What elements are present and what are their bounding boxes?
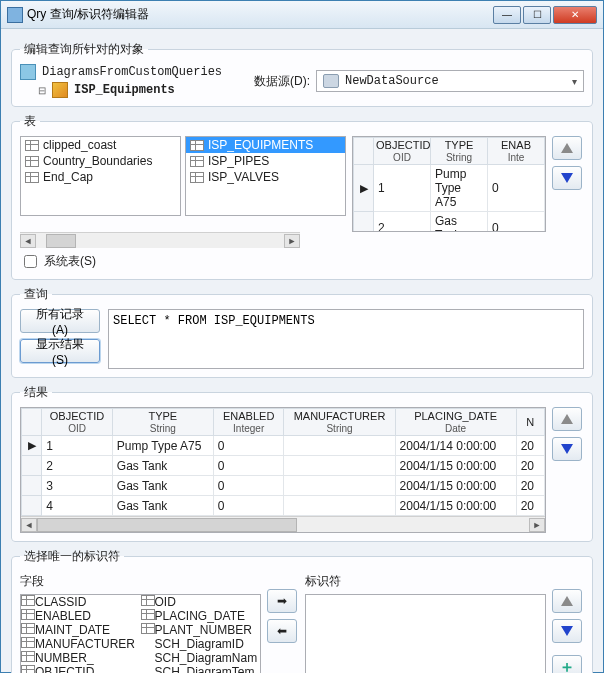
list-item[interactable]: PLACING_DATE	[141, 609, 261, 623]
show-results-button[interactable]: 显示结果(S)	[20, 339, 100, 363]
fields-label: 字段	[20, 573, 261, 590]
table-icon	[25, 140, 39, 151]
table-icon	[190, 172, 204, 183]
datasource-label: 数据源(D):	[254, 73, 310, 90]
group-target: 编辑查询所针对的对象 DiagramsFromCustomQueries ⊟ I…	[11, 41, 593, 107]
system-tables-label: 系统表(S)	[44, 253, 96, 270]
add-field-button[interactable]: ➡	[267, 589, 297, 613]
list-item[interactable]: NUMBER_	[21, 651, 141, 665]
preview-up-button[interactable]	[552, 136, 582, 160]
results-hscroll[interactable]: ◄ ►	[21, 516, 545, 532]
scroll-left-icon[interactable]: ◄	[20, 234, 36, 248]
id-add-button[interactable]: ＋	[552, 655, 582, 673]
id-down-button[interactable]	[552, 619, 582, 643]
tree-root-label[interactable]: DiagramsFromCustomQueries	[42, 65, 222, 79]
identifier-list[interactable]	[305, 594, 546, 673]
app-icon	[7, 7, 23, 23]
window-buttons: — ☐ ✕	[493, 6, 597, 24]
list-item[interactable]: End_Cap	[21, 169, 180, 185]
identifier-label: 标识符	[305, 573, 546, 590]
fields-list[interactable]: CLASSIDENABLEDMAINT_DATEMANUFACTURERNUMB…	[20, 594, 261, 673]
tree-selected-label[interactable]: ISP_Equipments	[74, 83, 175, 97]
tables-list-left[interactable]: clipped_coastCountry_BoundariesEnd_Cap	[20, 136, 181, 216]
group-query-legend: 查询	[20, 286, 52, 303]
table-icon	[141, 609, 155, 620]
datasource-dropdown[interactable]: NewDataSource	[316, 70, 584, 92]
group-identifier: 选择唯一的标识符 字段 CLASSIDENABLEDMAINT_DATEMANU…	[11, 548, 593, 673]
list-item[interactable]: ISP_PIPES	[186, 153, 345, 169]
results-grid[interactable]: OBJECTIDOIDTYPEStringENABLEDIntegerMANUF…	[20, 407, 546, 533]
window-body: 编辑查询所针对的对象 DiagramsFromCustomQueries ⊟ I…	[1, 29, 603, 673]
layer-icon	[52, 82, 68, 98]
table-icon	[21, 595, 35, 606]
list-item[interactable]: ENABLED	[21, 609, 141, 623]
tables-list-hscroll[interactable]: ◄ ►	[20, 232, 300, 248]
system-tables-input[interactable]	[24, 255, 37, 268]
results-down-button[interactable]	[552, 437, 582, 461]
list-item[interactable]: Country_Boundaries	[21, 153, 180, 169]
minimize-button[interactable]: —	[493, 6, 521, 24]
list-item[interactable]: ISP_EQUIPMENTS	[186, 137, 345, 153]
table-icon	[21, 665, 35, 673]
group-target-legend: 编辑查询所针对的对象	[20, 41, 148, 58]
table-icon	[21, 637, 35, 648]
group-results-legend: 结果	[20, 384, 52, 401]
datasource-value: NewDataSource	[345, 74, 439, 88]
table-icon	[21, 651, 35, 662]
window-title: Qry 查询/标识符编辑器	[27, 6, 493, 23]
group-tables-legend: 表	[20, 113, 40, 130]
group-identifier-legend: 选择唯一的标识符	[20, 548, 124, 565]
app-window: Qry 查询/标识符编辑器 — ☐ ✕ 编辑查询所针对的对象 DiagramsF…	[0, 0, 604, 673]
maximize-button[interactable]: ☐	[523, 6, 551, 24]
tables-list-right[interactable]: ISP_EQUIPMENTSISP_PIPESISP_VALVES	[185, 136, 346, 216]
list-item[interactable]: OID	[141, 595, 261, 609]
table-icon	[141, 595, 155, 606]
group-results: 结果 OBJECTIDOIDTYPEStringENABLEDIntegerMA…	[11, 384, 593, 542]
sql-input[interactable]	[108, 309, 584, 369]
table-icon	[141, 623, 155, 634]
list-item[interactable]: ISP_VALVES	[186, 169, 345, 185]
all-records-button[interactable]: 所有记录(A)	[20, 309, 100, 333]
remove-field-button[interactable]: ⬅	[267, 619, 297, 643]
table-icon	[190, 156, 204, 167]
table-icon	[25, 172, 39, 183]
id-up-button[interactable]	[552, 589, 582, 613]
list-item[interactable]: OBJECTID	[21, 665, 141, 673]
preview-down-button[interactable]	[552, 166, 582, 190]
group-query: 查询 所有记录(A) 显示结果(S)	[11, 286, 593, 378]
list-item[interactable]: SCH_DiagramNam	[141, 651, 261, 665]
list-item[interactable]: SCH_DiagramTem	[141, 665, 261, 673]
list-item[interactable]: SCH_DiagramID	[141, 637, 261, 651]
tables-preview-grid[interactable]: OBJECTIDOIDTYPEStringENABInte▶1Pump Type…	[352, 136, 546, 232]
diagrams-icon	[20, 64, 36, 80]
list-item[interactable]: CLASSID	[21, 595, 141, 609]
scroll-right-icon[interactable]: ►	[529, 518, 545, 532]
list-item[interactable]: clipped_coast	[21, 137, 180, 153]
table-icon	[190, 140, 204, 151]
table-icon	[21, 623, 35, 634]
table-icon	[25, 156, 39, 167]
list-item[interactable]: MAINT_DATE	[21, 623, 141, 637]
titlebar[interactable]: Qry 查询/标识符编辑器 — ☐ ✕	[1, 1, 603, 29]
system-tables-checkbox[interactable]: 系统表(S)	[20, 252, 584, 271]
list-item[interactable]: PLANT_NUMBER	[141, 623, 261, 637]
database-icon	[323, 74, 339, 88]
results-up-button[interactable]	[552, 407, 582, 431]
table-icon	[21, 609, 35, 620]
list-item[interactable]: MANUFACTURER	[21, 637, 141, 651]
scroll-left-icon[interactable]: ◄	[21, 518, 37, 532]
tree-expand-icon[interactable]: ⊟	[38, 85, 46, 96]
scroll-right-icon[interactable]: ►	[284, 234, 300, 248]
close-button[interactable]: ✕	[553, 6, 597, 24]
group-tables: 表 clipped_coastCountry_BoundariesEnd_Cap…	[11, 113, 593, 280]
